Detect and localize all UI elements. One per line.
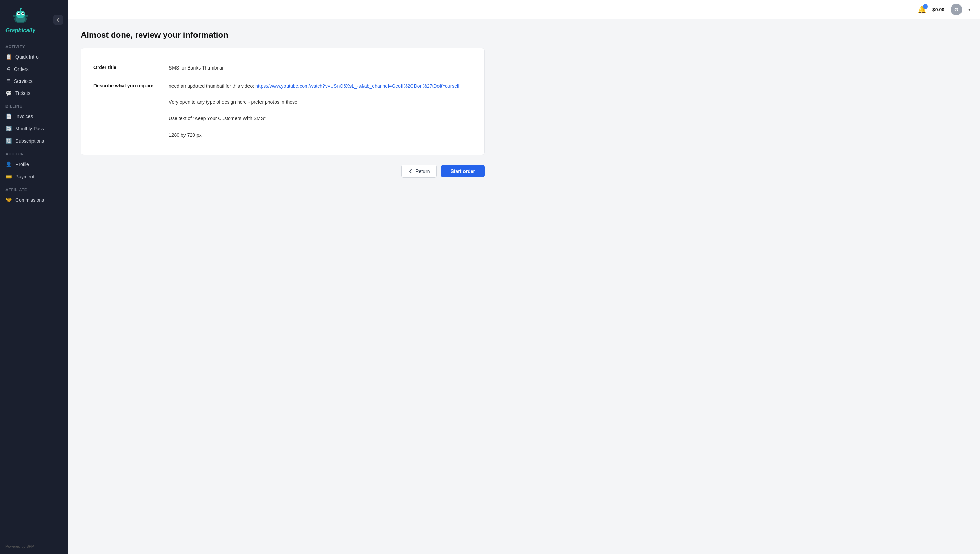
back-icon <box>56 18 60 22</box>
sidebar-item-tickets[interactable]: 💬 Tickets <box>0 87 68 99</box>
topbar: 🔔 $0.00 G ▾ <box>68 0 980 19</box>
sidebar-item-profile[interactable]: 👤 Profile <box>0 158 68 170</box>
describe-link[interactable]: https://www.youtube.com/watch?v=USnO6XsL… <box>255 83 459 89</box>
orders-icon: 🖨 <box>5 66 11 72</box>
svg-rect-9 <box>13 15 16 17</box>
avatar-dropdown-icon[interactable]: ▾ <box>968 7 970 12</box>
return-button-label: Return <box>415 169 430 174</box>
describe-text-line2: Use text of "Keep Your Customers With SM… <box>169 116 266 121</box>
logo: Graphically <box>5 6 35 33</box>
notification-bell[interactable]: 🔔 <box>918 5 926 14</box>
back-button[interactable] <box>53 15 63 25</box>
sidebar-item-invoices[interactable]: 📄 Invoices <box>0 110 68 123</box>
sidebar-section-affiliate: Affiliate <box>0 183 68 194</box>
sidebar-item-subscriptions[interactable]: 🔃 Subscriptions <box>0 135 68 147</box>
order-title-row: Order title SMS for Banks Thumbnail <box>94 59 472 77</box>
payment-icon: 💳 <box>5 174 12 180</box>
sidebar: Graphically Activity 📋 Quick Intro 🖨 Ord… <box>0 0 68 554</box>
review-card: Order title SMS for Banks Thumbnail Desc… <box>81 48 485 155</box>
order-title-value: SMS for Banks Thumbnail <box>169 64 472 72</box>
logo-text: Graphically <box>5 27 35 33</box>
describe-value: need an updated thumbail for this video:… <box>169 82 472 139</box>
notification-badge <box>923 4 928 9</box>
avatar[interactable]: G <box>951 4 962 15</box>
main-area: 🔔 $0.00 G ▾ Almost done, review your inf… <box>68 0 980 554</box>
svg-rect-10 <box>25 15 28 17</box>
subscriptions-icon: 🔃 <box>5 138 12 144</box>
sidebar-label-payment: Payment <box>15 174 34 180</box>
order-title-label: Order title <box>94 64 169 70</box>
sidebar-label-orders: Orders <box>14 67 29 72</box>
svg-point-6 <box>22 13 24 14</box>
sidebar-item-monthly-pass[interactable]: 🔄 Monthly Pass <box>0 123 68 135</box>
sidebar-section-account: Account <box>0 147 68 158</box>
svg-point-5 <box>18 13 19 14</box>
describe-text-line3: 1280 by 720 px <box>169 132 202 138</box>
describe-text-line1: Very open to any type of design here - p… <box>169 99 298 105</box>
return-button[interactable]: Return <box>401 165 437 178</box>
content-area: Almost done, review your information Ord… <box>68 19 980 554</box>
sidebar-logo-area: Graphically <box>0 0 68 40</box>
describe-label: Describe what you require <box>94 82 169 88</box>
sidebar-item-quick-intro[interactable]: 📋 Quick Intro <box>0 51 68 63</box>
sidebar-label-commissions: Commissions <box>15 197 44 203</box>
sidebar-label-quick-intro: Quick Intro <box>15 54 39 60</box>
return-arrow-icon <box>408 169 413 174</box>
action-bar: Return Start order <box>81 165 485 178</box>
sidebar-item-orders[interactable]: 🖨 Orders <box>0 63 68 75</box>
tickets-icon: 💬 <box>5 90 12 96</box>
sidebar-item-commissions[interactable]: 🤝 Commissions <box>0 194 68 206</box>
monthly-pass-icon: 🔄 <box>5 126 12 132</box>
sidebar-label-subscriptions: Subscriptions <box>15 138 44 144</box>
page-title: Almost done, review your information <box>81 30 968 40</box>
describe-text-prefix: need an updated thumbail for this video: <box>169 83 255 89</box>
sidebar-label-tickets: Tickets <box>15 91 30 96</box>
commissions-icon: 🤝 <box>5 197 12 203</box>
sidebar-item-services[interactable]: 🖥 Services <box>0 75 68 87</box>
sidebar-footer: Powered by SPP <box>0 539 68 554</box>
start-order-button[interactable]: Start order <box>441 165 485 177</box>
sidebar-label-invoices: Invoices <box>15 114 33 119</box>
describe-row: Describe what you require need an update… <box>94 77 472 144</box>
quick-intro-icon: 📋 <box>5 54 12 60</box>
sidebar-item-payment[interactable]: 💳 Payment <box>0 170 68 183</box>
profile-icon: 👤 <box>5 161 12 167</box>
logo-icon <box>10 6 31 27</box>
balance-display: $0.00 <box>932 7 944 12</box>
sidebar-label-profile: Profile <box>15 162 29 167</box>
sidebar-label-monthly-pass: Monthly Pass <box>15 126 44 132</box>
invoices-icon: 📄 <box>5 113 12 119</box>
sidebar-section-billing: Billing <box>0 99 68 110</box>
services-icon: 🖥 <box>5 78 11 84</box>
sidebar-label-services: Services <box>14 78 32 84</box>
sidebar-section-activity: Activity <box>0 40 68 51</box>
svg-point-8 <box>19 8 22 10</box>
